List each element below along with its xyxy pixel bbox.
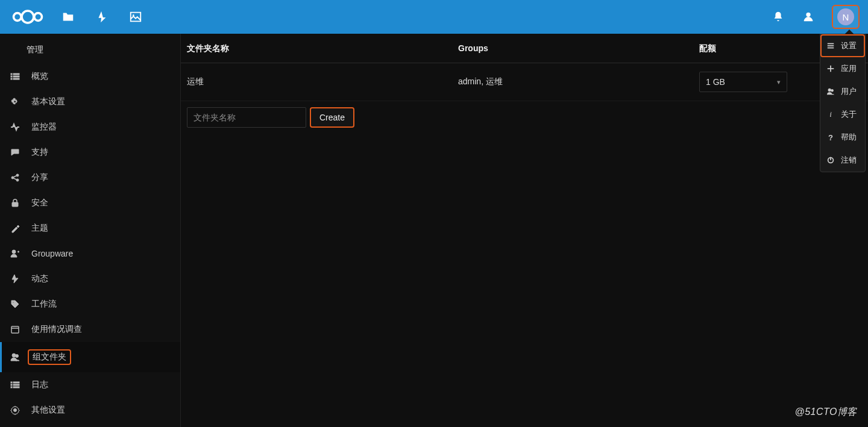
sidebar-title: 管理 bbox=[0, 40, 180, 64]
menu-about[interactable]: i 关于 bbox=[820, 103, 865, 126]
sidebar-item-monitor[interactable]: 监控器 bbox=[0, 114, 180, 140]
menu-label: 关于 bbox=[841, 109, 857, 120]
main-content: 文件夹名称 Groups 配额 运维 admin, 运维 1 GB ▾ Crea… bbox=[181, 34, 868, 427]
svg-rect-30 bbox=[13, 382, 19, 383]
sidebar-item-label: 主题 bbox=[31, 223, 48, 234]
quota-value: 1 GB bbox=[706, 77, 725, 87]
svg-point-21 bbox=[16, 179, 19, 181]
svg-rect-22 bbox=[12, 202, 18, 207]
svg-point-24 bbox=[13, 302, 14, 303]
svg-rect-6 bbox=[828, 48, 834, 49]
topbar: N 设置 应用 用户 i 关于 ? 帮助 注销 bbox=[0, 0, 868, 34]
sidebar-item-security[interactable]: 安全 bbox=[0, 190, 180, 216]
svg-rect-8 bbox=[828, 68, 834, 69]
sidebar-item-activity[interactable]: 动态 bbox=[0, 266, 180, 291]
svg-rect-16 bbox=[13, 76, 19, 77]
chevron-down-icon: ▾ bbox=[777, 78, 781, 86]
sidebar-item-usage[interactable]: 使用情况调查 bbox=[0, 317, 180, 342]
create-button[interactable]: Create bbox=[310, 107, 354, 128]
app-logo[interactable] bbox=[11, 8, 45, 25]
menu-help[interactable]: ? 帮助 bbox=[820, 126, 865, 149]
sidebar-item-support[interactable]: 支持 bbox=[0, 140, 180, 165]
gallery-icon[interactable] bbox=[129, 10, 142, 23]
files-icon[interactable] bbox=[61, 10, 75, 23]
sidebar-item-label: 基本设置 bbox=[31, 96, 65, 107]
svg-point-3 bbox=[133, 14, 134, 16]
lock-icon bbox=[10, 198, 20, 208]
col-header-name: 文件夹名称 bbox=[187, 43, 458, 54]
svg-point-27 bbox=[12, 354, 16, 357]
menu-users[interactable]: 用户 bbox=[820, 80, 865, 103]
menu-label: 帮助 bbox=[841, 132, 857, 143]
svg-rect-32 bbox=[13, 384, 19, 385]
gear-icon bbox=[10, 96, 20, 107]
svg-rect-31 bbox=[11, 384, 12, 385]
sidebar-item-label: 工作流 bbox=[31, 299, 57, 310]
sidebar-item-other-settings[interactable]: 其他设置 bbox=[0, 397, 180, 423]
brush-icon bbox=[10, 223, 20, 234]
sidebar-item-groupware[interactable]: Groupware bbox=[0, 241, 180, 266]
avatar: N bbox=[837, 8, 854, 25]
sidebar-item-label: 日志 bbox=[31, 379, 48, 390]
list-icon bbox=[10, 71, 20, 82]
menu-settings[interactable]: 设置 bbox=[820, 34, 865, 57]
sidebar-item-label: 概览 bbox=[31, 71, 48, 82]
gear-icon bbox=[10, 405, 20, 416]
svg-rect-34 bbox=[13, 387, 19, 388]
table-row[interactable]: 运维 admin, 运维 1 GB ▾ bbox=[181, 63, 868, 101]
svg-point-20 bbox=[16, 174, 19, 176]
menu-label: 应用 bbox=[841, 63, 857, 74]
svg-rect-33 bbox=[11, 387, 12, 388]
power-icon bbox=[826, 156, 835, 164]
sidebar-item-label: Groupware bbox=[31, 249, 73, 258]
question-icon: ? bbox=[826, 133, 835, 142]
folder-name-input[interactable] bbox=[187, 107, 306, 128]
sidebar-item-overview[interactable]: 概览 bbox=[0, 64, 180, 89]
sidebar-item-label: 动态 bbox=[31, 273, 48, 284]
sidebar-item-basic-settings[interactable]: 基本设置 bbox=[0, 89, 180, 114]
sidebar-item-label: 监控器 bbox=[31, 122, 57, 132]
share-icon bbox=[10, 172, 20, 183]
svg-point-19 bbox=[11, 176, 14, 179]
cell-name: 运维 bbox=[187, 76, 458, 87]
col-header-groups: Groups bbox=[458, 43, 699, 54]
contacts-icon[interactable] bbox=[802, 10, 815, 23]
bolt-icon bbox=[10, 273, 20, 284]
menu-logout[interactable]: 注销 bbox=[820, 149, 865, 172]
sidebar-item-label: 支持 bbox=[31, 147, 48, 158]
list-icon bbox=[826, 42, 835, 50]
sidebar-item-label: 使用情况调查 bbox=[31, 324, 82, 335]
sidebar-item-groupfolders[interactable]: 组文件夹 bbox=[0, 342, 180, 372]
svg-point-35 bbox=[14, 409, 17, 412]
sidebar-item-share[interactable]: 分享 bbox=[0, 165, 180, 190]
users-icon bbox=[10, 352, 20, 363]
notifications-icon[interactable] bbox=[772, 10, 785, 23]
topbar-right: N bbox=[772, 5, 860, 29]
svg-point-10 bbox=[831, 89, 833, 92]
menu-label: 设置 bbox=[841, 40, 857, 51]
menu-label: 注销 bbox=[841, 155, 857, 166]
svg-rect-18 bbox=[13, 78, 19, 79]
menu-apps[interactable]: 应用 bbox=[820, 57, 865, 80]
activity-icon[interactable] bbox=[95, 10, 108, 23]
plus-icon bbox=[826, 64, 835, 73]
quota-select[interactable]: 1 GB ▾ bbox=[699, 72, 787, 92]
admin-sidebar: 管理 概览 基本设置 监控器 支持 分享 安全 主题 bbox=[0, 34, 181, 427]
cell-groups: admin, 运维 bbox=[458, 76, 699, 87]
sidebar-item-workflow[interactable]: 工作流 bbox=[0, 291, 180, 317]
user-dropdown: 设置 应用 用户 i 关于 ? 帮助 注销 bbox=[820, 34, 866, 172]
user-menu-button[interactable]: N bbox=[832, 5, 860, 29]
svg-rect-15 bbox=[11, 76, 12, 77]
calendar-icon bbox=[10, 324, 20, 335]
userplus-icon bbox=[10, 248, 20, 259]
svg-rect-29 bbox=[11, 382, 12, 383]
svg-rect-13 bbox=[11, 73, 12, 75]
svg-point-0 bbox=[14, 13, 22, 21]
sidebar-item-theme[interactable]: 主题 bbox=[0, 216, 180, 241]
create-row: Create bbox=[181, 101, 868, 134]
sidebar-item-logs[interactable]: 日志 bbox=[0, 372, 180, 397]
svg-point-23 bbox=[12, 250, 16, 254]
svg-rect-25 bbox=[11, 326, 19, 333]
sidebar-item-label: 安全 bbox=[31, 198, 48, 208]
svg-rect-17 bbox=[11, 78, 12, 79]
